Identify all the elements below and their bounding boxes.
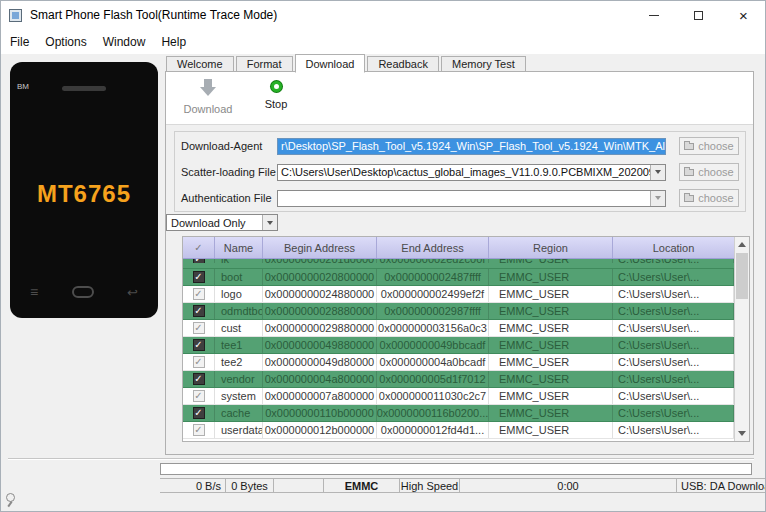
row-checkbox[interactable] — [193, 322, 205, 334]
download-agent-label: Download-Agent — [181, 140, 277, 152]
download-agent-choose-button[interactable]: choose — [679, 137, 739, 155]
table-row[interactable]: cache 0x0000000110b00000 0x0000000116b02… — [183, 405, 734, 422]
toolbar: Download Stop — [166, 72, 753, 125]
scatter-file-choose-button[interactable]: choose — [679, 163, 739, 181]
menu-item[interactable]: Options — [37, 32, 94, 52]
cell-partition-name: lk — [215, 259, 263, 263]
flash-progress-bar — [160, 463, 752, 475]
tab[interactable]: Welcome — [166, 56, 234, 71]
auth-file-input[interactable] — [277, 190, 666, 207]
cell-partition-name: tee2 — [215, 354, 263, 370]
stop-button[interactable]: Stop — [246, 77, 306, 110]
cell-partition-name: system — [215, 388, 263, 404]
cell-partition-name: tee1 — [215, 337, 263, 353]
cell-location: C:\Users\User\... — [613, 320, 734, 336]
row-checkbox[interactable] — [193, 390, 205, 402]
tab[interactable]: Download — [295, 54, 366, 73]
tab[interactable]: Format — [236, 56, 293, 71]
minimize-button[interactable] — [631, 0, 676, 30]
row-checkbox[interactable] — [193, 407, 205, 419]
row-checkbox[interactable] — [193, 271, 205, 283]
cell-begin-address: 0x0000000049880000 — [263, 337, 377, 353]
cell-begin-address: 0x000000004a800000 — [263, 371, 377, 387]
minimize-icon — [649, 15, 659, 16]
chipset-label: MT6765 — [10, 180, 158, 208]
row-checkbox[interactable] — [193, 356, 205, 368]
title-bar: Smart Phone Flash Tool(Runtime Trace Mod… — [0, 0, 766, 30]
cell-region: EMMC_USER — [489, 320, 613, 336]
table-row[interactable]: system 0x000000007a800000 0x000000011030… — [183, 388, 734, 405]
table-row[interactable]: tee1 0x0000000049880000 0x0000000049bbca… — [183, 337, 734, 354]
download-mode-select[interactable]: Download Only — [166, 214, 278, 231]
checkbox-icon — [193, 242, 205, 254]
cell-region: EMMC_USER — [489, 354, 613, 370]
scroll-up-button[interactable] — [735, 237, 749, 252]
dropdown-arrow-icon[interactable] — [650, 191, 665, 206]
tab[interactable]: Memory Test — [441, 56, 526, 71]
maximize-button[interactable] — [676, 0, 721, 30]
table-row[interactable]: cust 0x0000000029880000 0x000000003156a0… — [183, 320, 734, 337]
cell-location: C:\Users\User\... — [613, 405, 734, 421]
menu-item[interactable]: Window — [95, 32, 154, 52]
table-row[interactable]: tee2 0x0000000049d80000 0x000000004a0bca… — [183, 354, 734, 371]
cell-location: C:\Users\User\... — [613, 388, 734, 404]
menu-item[interactable]: Help — [153, 32, 194, 52]
cell-region: EMMC_USER — [489, 337, 613, 353]
table-row[interactable]: lk 0x00000000201d0000 0x000000002ed2c00f… — [183, 259, 734, 269]
file-fields-group: Download-Agent r\Desktop\SP_Flash_Tool_v… — [174, 131, 746, 212]
cell-begin-address: 0x0000000029880000 — [263, 320, 377, 336]
cell-region: EMMC_USER — [489, 303, 613, 319]
cell-partition-name: logo — [215, 286, 263, 302]
window-title: Smart Phone Flash Tool(Runtime Trace Mod… — [30, 8, 277, 22]
folder-icon — [684, 195, 694, 202]
header-location: Location — [613, 237, 734, 258]
download-button[interactable]: Download — [178, 77, 238, 115]
header-region: Region — [489, 237, 613, 258]
menu-item[interactable]: File — [2, 32, 37, 52]
table-row[interactable]: odmdtbo 0x0000000028880000 0x00000000298… — [183, 303, 734, 320]
table-row[interactable]: boot 0x0000000020800000 0x000000002487ff… — [183, 269, 734, 286]
cell-begin-address: 0x0000000020800000 — [263, 269, 377, 285]
scrollbar-thumb[interactable] — [736, 253, 748, 299]
cell-region: EMMC_USER — [489, 388, 613, 404]
cell-end-address: 0x000000002499ef2f — [377, 286, 489, 302]
dropdown-arrow-icon[interactable] — [650, 165, 665, 180]
cell-location: C:\Users\User\... — [613, 269, 734, 285]
folder-icon — [684, 169, 694, 176]
scatter-file-row: Scatter-loading File C:\Users\User\Deskt… — [181, 162, 739, 182]
partition-table-body: lk 0x00000000201d0000 0x000000002ed2c00f… — [183, 259, 734, 441]
window-controls: × — [631, 0, 766, 30]
download-button-label: Download — [178, 103, 238, 115]
table-row[interactable]: vendor 0x000000004a800000 0x000000005d1f… — [183, 371, 734, 388]
table-scrollbar[interactable] — [734, 237, 749, 441]
cell-begin-address: 0x000000012b000000 — [263, 422, 377, 438]
status-segment: USB: DA Download All(high speed,auto det… — [677, 478, 766, 493]
cell-location: C:\Users\User\... — [613, 286, 734, 302]
scatter-file-input[interactable]: C:\Users\User\Desktop\cactus_global_imag… — [277, 164, 666, 181]
status-segment: 0 Bytes — [226, 478, 274, 493]
cell-end-address: 0x000000002987ffff — [377, 303, 489, 319]
row-checkbox[interactable] — [193, 259, 205, 263]
download-agent-input[interactable]: r\Desktop\SP_Flash_Tool_v5.1924_Win\SP_F… — [277, 138, 666, 155]
auth-file-choose-button[interactable]: choose — [679, 189, 739, 207]
status-bar: 0 B/s0 BytesEMMCHigh Speed0:00USB: DA Do… — [160, 478, 766, 493]
scatter-file-label: Scatter-loading File — [181, 166, 277, 178]
row-checkbox[interactable] — [193, 339, 205, 351]
row-checkbox[interactable] — [193, 424, 205, 436]
folder-icon — [684, 143, 694, 150]
table-row[interactable]: userdata 0x000000012b000000 0x000000012f… — [183, 422, 734, 439]
close-button[interactable]: × — [721, 0, 766, 30]
cell-begin-address: 0x0000000028880000 — [263, 303, 377, 319]
dropdown-arrow-icon[interactable] — [262, 215, 277, 230]
table-row[interactable]: logo 0x0000000024880000 0x000000002499ef… — [183, 286, 734, 303]
scroll-down-button[interactable] — [735, 426, 749, 441]
row-checkbox[interactable] — [193, 305, 205, 317]
tab[interactable]: Readback — [367, 56, 439, 71]
row-checkbox[interactable] — [193, 373, 205, 385]
cell-partition-name: vendor — [215, 371, 263, 387]
row-checkbox[interactable] — [193, 288, 205, 300]
status-segment: 0 B/s — [160, 478, 226, 493]
cell-partition-name: boot — [215, 269, 263, 285]
header-end-address: End Address — [377, 237, 489, 258]
phone-badge: BM — [17, 82, 29, 91]
